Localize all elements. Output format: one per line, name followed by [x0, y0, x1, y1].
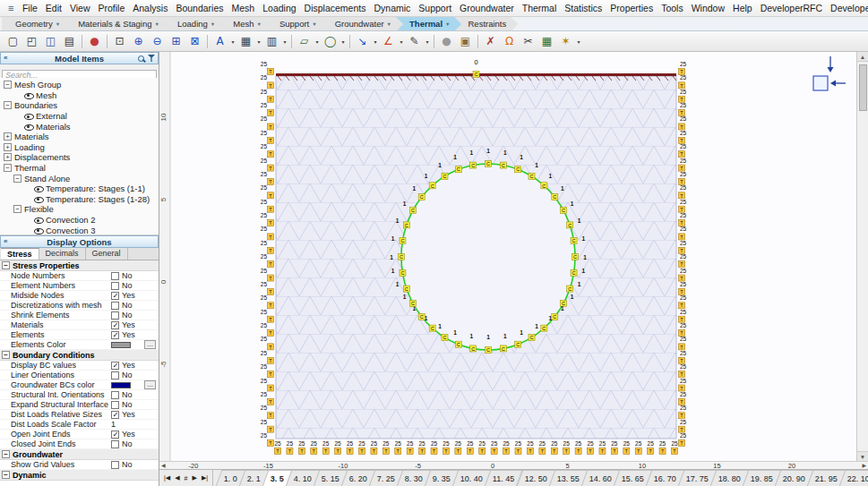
- filter-icon[interactable]: [148, 55, 155, 62]
- checkbox[interactable]: [111, 272, 119, 280]
- zoom-in-icon[interactable]: ⊕: [129, 33, 148, 50]
- menu-support[interactable]: Support: [415, 3, 456, 13]
- workflow-tab-support[interactable]: Support▼: [266, 17, 329, 31]
- checkbox[interactable]: [111, 440, 119, 448]
- model-canvas[interactable]: 1050-525T25T25T25T25T25T25T25T25T25T25T2…: [159, 52, 856, 461]
- save-icon[interactable]: ◫: [41, 33, 60, 50]
- menu-mesh[interactable]: Mesh: [228, 3, 259, 13]
- dropdown-caret-icon[interactable]: ▾: [255, 38, 262, 45]
- collapse-icon[interactable]: −: [2, 471, 10, 479]
- tree-item-flexible[interactable]: −Flexible: [0, 204, 159, 215]
- menu-displacements[interactable]: Displacements: [300, 3, 370, 13]
- new-icon[interactable]: ▢: [4, 33, 22, 50]
- display-tab-general[interactable]: General: [86, 248, 128, 260]
- angle-tool-icon[interactable]: ∠: [379, 33, 398, 50]
- scrollbar-thumb[interactable]: [859, 64, 867, 111]
- arrow-tool-icon[interactable]: ↘: [353, 33, 372, 50]
- dropdown-caret-icon[interactable]: ▾: [398, 38, 405, 45]
- checkbox[interactable]: [111, 362, 119, 370]
- workflow-tab-groundwater[interactable]: Groundwater▼: [322, 17, 403, 31]
- tree-item-temperature-stages-1-1[interactable]: Temperature: Stages (1-1): [0, 183, 159, 194]
- stage-nav-button-1[interactable]: ◀: [173, 474, 181, 482]
- workflow-tab-materials-staging[interactable]: Materials & Staging▼: [64, 17, 171, 31]
- menu-view[interactable]: View: [65, 3, 94, 13]
- section-boundary-conditions[interactable]: −Boundary Conditions: [0, 350, 159, 361]
- expand-icon[interactable]: +: [4, 153, 12, 161]
- tree-item-convection-2[interactable]: Convection 2: [0, 215, 159, 226]
- checkbox[interactable]: [111, 292, 119, 300]
- tree-item-external[interactable]: External: [0, 111, 159, 122]
- zoom-extents-icon[interactable]: ⊡: [110, 33, 129, 50]
- menu-properties[interactable]: Properties: [606, 3, 657, 13]
- material-sphere-icon[interactable]: ●: [85, 33, 104, 50]
- section-groundwater[interactable]: −Groundwater: [0, 449, 159, 460]
- expand-icon[interactable]: +: [4, 132, 12, 141]
- tree-item-mesh-group[interactable]: −Mesh Group: [0, 80, 159, 90]
- polygon-tool-icon[interactable]: ▱: [295, 33, 314, 50]
- scroll-up-icon[interactable]: ▲: [857, 52, 868, 62]
- dropdown-caret-icon[interactable]: ▾: [281, 38, 288, 45]
- scissors-icon[interactable]: ✂: [519, 33, 537, 50]
- workflow-tab-thermal[interactable]: Thermal▼: [396, 17, 461, 31]
- edit-tool-icon[interactable]: ✎: [405, 33, 424, 50]
- menu-thermal[interactable]: Thermal: [518, 3, 561, 13]
- menu-help[interactable]: Help: [729, 3, 757, 13]
- option-liner-orientations[interactable]: Liner OrientationsNo: [0, 371, 159, 380]
- checkbox[interactable]: [111, 311, 119, 320]
- checkbox[interactable]: [111, 302, 119, 310]
- workflow-tab-geometry[interactable]: Geometry▼: [2, 17, 72, 31]
- menu-analysis[interactable]: Analysis: [129, 3, 172, 13]
- menu-tools[interactable]: Tools: [657, 3, 688, 13]
- scroll-left-icon[interactable]: ◀: [161, 462, 166, 468]
- option-display-bc-values[interactable]: Display BC valuesYes: [0, 361, 159, 371]
- ellipse-tool-icon[interactable]: ◯: [321, 33, 339, 50]
- collapse-icon[interactable]: −: [4, 81, 12, 89]
- zoom-window-icon[interactable]: ⊞: [167, 33, 185, 50]
- drawing-viewport[interactable]: 1050-525T25T25T25T25T25T25T25T25T25T25T2…: [159, 52, 868, 461]
- table-icon[interactable]: ▦: [537, 33, 556, 50]
- collapse-icon[interactable]: −: [2, 450, 10, 458]
- chart-table-icon[interactable]: ▥: [262, 33, 281, 50]
- option-dist-loads-relative-sizes[interactable]: Dist Loads Relative SizesYes: [0, 410, 159, 420]
- more-button[interactable]: ...: [144, 340, 156, 349]
- color-swatch[interactable]: [111, 342, 131, 348]
- option-expand-structural-interface[interactable]: Expand Structural InterfaceNo: [0, 400, 159, 410]
- more-button[interactable]: ...: [144, 380, 156, 389]
- checkbox[interactable]: [111, 331, 119, 339]
- menu-profile[interactable]: Profile: [94, 3, 129, 13]
- panel-collapse-icon[interactable]: «: [4, 237, 7, 245]
- search-icon[interactable]: [138, 55, 144, 62]
- data-grid-icon[interactable]: ▦: [236, 33, 255, 50]
- menu-developerapp[interactable]: DeveloperApp: [827, 3, 868, 13]
- checkbox[interactable]: [111, 282, 119, 290]
- tree-item-stand-alone[interactable]: −Stand Alone: [0, 173, 159, 183]
- stage-nav-button-2[interactable]: #: [183, 475, 190, 482]
- stage-nav-button-3[interactable]: ▶: [191, 474, 199, 482]
- option-structural-int-orientations[interactable]: Structural Int. OrientationsNo: [0, 390, 159, 400]
- collapse-icon[interactable]: −: [13, 205, 21, 213]
- section-dynamic[interactable]: −Dynamic: [0, 470, 159, 481]
- scroll-down-icon[interactable]: ▼: [857, 451, 868, 461]
- option-element-numbers[interactable]: Element NumbersNo: [0, 281, 159, 291]
- tree-item-thermal[interactable]: −Thermal: [0, 163, 159, 174]
- option-dist-loads-scale-factor[interactable]: Dist Loads Scale Factor1: [0, 420, 159, 430]
- tree-item-convection-3[interactable]: Convection 3: [0, 225, 159, 235]
- visibility-eye-icon[interactable]: [34, 184, 43, 192]
- option-elements[interactable]: ElementsYes: [0, 330, 159, 340]
- vertical-scrollbar[interactable]: ▲ ▼: [856, 52, 868, 461]
- open-icon[interactable]: ◰: [22, 33, 41, 50]
- zoom-all-icon[interactable]: ⊠: [185, 33, 204, 50]
- menu-developerrfc[interactable]: DeveloperRFC: [756, 3, 826, 13]
- workflow-tab-loading[interactable]: Loading▼: [164, 17, 227, 31]
- delete-icon[interactable]: ✗: [481, 33, 500, 50]
- tree-item-displacements[interactable]: +Displacements: [0, 152, 159, 163]
- menu-boundaries[interactable]: Boundaries: [172, 3, 228, 13]
- stage-nav-button-0[interactable]: |◀: [162, 474, 172, 482]
- expand-icon[interactable]: +: [4, 143, 12, 151]
- visibility-eye-icon[interactable]: [34, 226, 43, 234]
- checkbox[interactable]: [111, 401, 119, 409]
- checkbox[interactable]: [111, 461, 119, 469]
- menu-loading[interactable]: Loading: [259, 3, 300, 13]
- option-discretizations-with-mesh[interactable]: Discretizations with meshNo: [0, 301, 159, 311]
- display-tab-decimals[interactable]: Decimals: [39, 248, 86, 260]
